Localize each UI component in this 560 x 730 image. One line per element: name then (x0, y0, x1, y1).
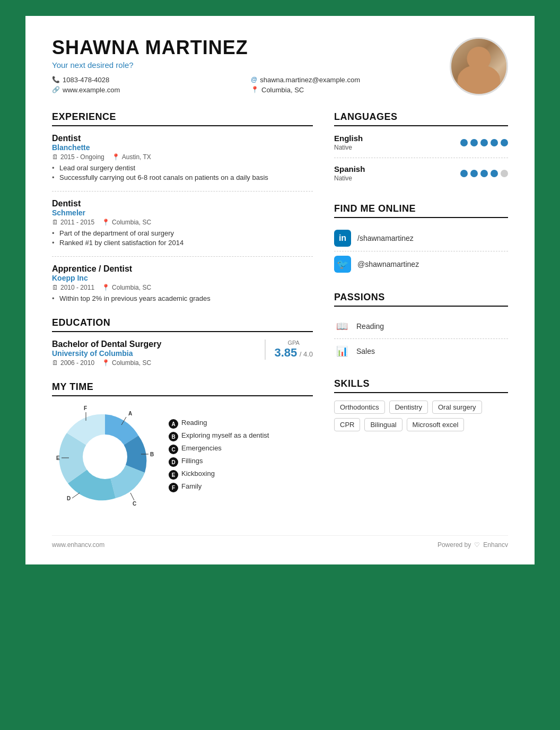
dot (480, 170, 488, 177)
online-title: FIND ME ONLINE (334, 203, 508, 218)
job-title: Apprentice / Dentist (52, 264, 313, 274)
dot (501, 170, 508, 177)
header-section: SHAWNA MARTINEZ Your next desired role? … (52, 37, 508, 95)
job-meta: 🗓 2010 - 2011 📍 Columbia, SC (52, 284, 313, 291)
legend-item: A Reading (169, 419, 269, 429)
dot (480, 139, 488, 146)
legend-letter: F (169, 483, 178, 492)
passion-item: 📖 Reading (334, 314, 508, 339)
lang-dots (460, 170, 508, 177)
pin-icon: 📍 (102, 219, 110, 226)
education-title: EDUCATION (52, 317, 313, 332)
donut-svg: A B C D E (52, 404, 158, 510)
passion-label: Sales (356, 347, 375, 355)
dot (491, 170, 498, 177)
education-item: Bachelor of Dental Surgery University of… (52, 340, 313, 367)
linkedin-icon: in (334, 230, 351, 247)
pin-icon: 📍 (102, 284, 110, 291)
skill-tag: Dentistry (389, 401, 428, 414)
svg-text:C: C (133, 501, 136, 507)
lang-level: Native (334, 144, 363, 151)
legend-item: E Kickboxing (169, 470, 269, 480)
job-location: 📍 Austin, TX (112, 153, 151, 161)
mytime-section: MY TIME (52, 381, 313, 510)
pin-icon: 📍 (102, 359, 110, 367)
dot (501, 139, 508, 146)
legend-letter: E (169, 470, 178, 480)
passion-label: Reading (356, 322, 384, 331)
online-item: 🐦 @shawnamartinez (334, 251, 508, 277)
left-column: EXPERIENCE Dentist Blanchette 🗓 2015 - O… (52, 111, 313, 525)
job-bullets: Part of the department of oral surgery R… (52, 229, 313, 247)
edu-meta: 🗓 2006 - 2010 📍 Columbia, SC (52, 359, 254, 367)
job-period: 🗓 2015 - Ongoing (52, 153, 104, 161)
lang-level: Native (334, 175, 365, 182)
header-info: SHAWNA MARTINEZ Your next desired role? … (52, 37, 439, 94)
website-icon: 🔗 (52, 86, 60, 93)
svg-text:E: E (56, 455, 60, 461)
job-item: Dentist Blanchette 🗓 2015 - Ongoing 📍 Au… (52, 134, 313, 181)
lang-dots (460, 139, 508, 146)
donut-chart: A B C D E (52, 404, 158, 510)
skills-title: SKILLS (334, 378, 508, 393)
job-bullets: Within top 2% in previous years academic… (52, 294, 313, 302)
right-column: LANGUAGES English Native (334, 111, 508, 525)
company-name: Schmeler (52, 208, 313, 217)
svg-line-5 (130, 493, 134, 500)
phone-icon: 📞 (52, 76, 60, 83)
dot (470, 139, 478, 146)
legend-list: A Reading B Exploring myself as a dentis… (169, 419, 269, 495)
legend-letter: D (169, 457, 178, 467)
candidate-subtitle: Your next desired role? (52, 60, 439, 69)
email-item: @ shawna.martinez@example.com (251, 76, 439, 84)
bullet-item: Lead oral surgery dentist (52, 164, 313, 172)
email-text: shawna.martinez@example.com (260, 76, 360, 84)
company-name: Blanchette (52, 143, 313, 152)
online-item: in /shawnamartinez (334, 225, 508, 251)
language-item: English Native (334, 134, 508, 158)
avatar-image (451, 39, 506, 94)
legend-label: Reading (181, 419, 207, 427)
legend-item: D Fillings (169, 457, 269, 467)
location-text: Columbia, SC (261, 86, 304, 94)
passions-section: PASSIONS 📖 Reading 📊 Sales (334, 292, 508, 363)
skill-tag: Orthodontics (334, 401, 385, 414)
job-title: Dentist (52, 134, 313, 143)
svg-text:A: A (128, 411, 132, 416)
brand-heart-icon: ♡ (474, 541, 480, 549)
location-icon: 📍 (251, 86, 259, 93)
dot (460, 170, 468, 177)
lang-row: English Native (334, 134, 508, 151)
job-period: 🗓 2011 - 2015 (52, 219, 94, 226)
lang-name: Spanish (334, 164, 365, 173)
dot (460, 139, 468, 146)
gpa-value: 3.85 (274, 346, 297, 359)
legend-label: Emergencies (181, 444, 222, 452)
job-bullets: Lead oral surgery dentist Successfully c… (52, 164, 313, 181)
company-name: Koepp Inc (52, 274, 313, 282)
gpa-label: GPA (274, 340, 313, 346)
website-item: 🔗 www.example.com (52, 86, 240, 94)
legend-letter: B (169, 432, 178, 441)
resume-container: SHAWNA MARTINEZ Your next desired role? … (25, 16, 535, 564)
skill-tag: Bilingual (364, 418, 402, 431)
svg-line-7 (72, 493, 80, 498)
legend-label: Fillings (181, 457, 203, 465)
location-item: 📍 Columbia, SC (251, 86, 439, 94)
phone-text: 1083-478-4028 (63, 76, 109, 84)
edu-degree: Bachelor of Dental Surgery (52, 340, 254, 349)
footer-website: www.enhancv.com (52, 541, 104, 549)
svg-text:D: D (67, 496, 71, 501)
skills-section: SKILLS Orthodontics Dentistry Oral surge… (334, 378, 508, 431)
footer: www.enhancv.com Powered by ♡ Enhancv (52, 535, 508, 549)
edu-location: 📍 Columbia, SC (102, 359, 151, 367)
legend-label: Exploring myself as a dentist (181, 431, 269, 439)
experience-section: EXPERIENCE Dentist Blanchette 🗓 2015 - O… (52, 111, 313, 302)
online-section: FIND ME ONLINE in /shawnamartinez 🐦 @sha… (334, 203, 508, 277)
bullet-item: Ranked #1 by client satisfaction for 201… (52, 239, 313, 247)
skill-tag: Oral surgery (432, 401, 482, 414)
twitter-handle: @shawnamartinez (357, 260, 419, 268)
svg-point-0 (83, 434, 127, 479)
dot (470, 170, 478, 177)
languages-section: LANGUAGES English Native (334, 111, 508, 188)
